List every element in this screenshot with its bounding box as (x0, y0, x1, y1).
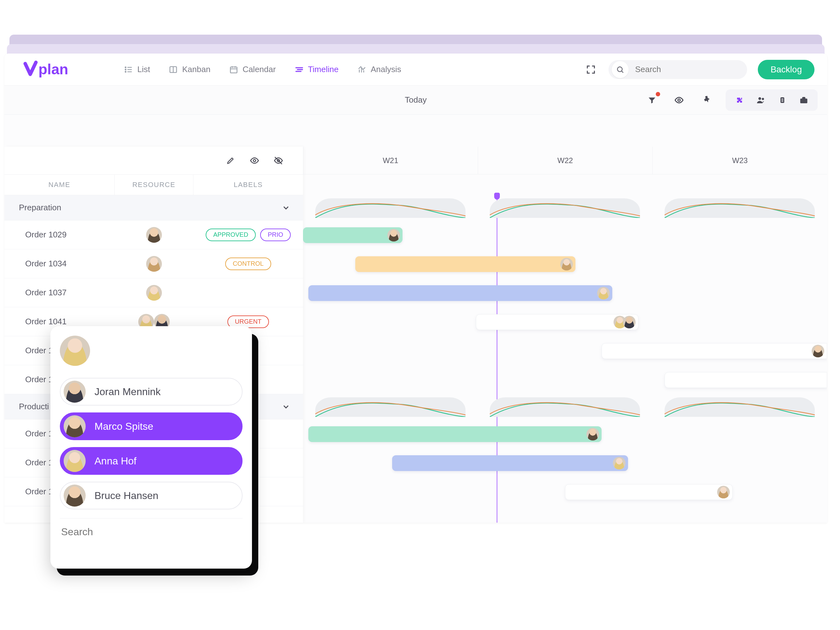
tools-icon[interactable] (699, 93, 714, 108)
row-labels: CONTROL (193, 258, 303, 270)
person-chip[interactable]: Bruce Hansen (60, 482, 243, 509)
svg-point-29 (253, 159, 256, 162)
svg-point-22 (758, 97, 761, 100)
group-row[interactable]: Preparation (5, 195, 303, 220)
avatar (64, 381, 86, 403)
fullscreen-icon[interactable] (584, 63, 598, 77)
person-chip[interactable]: Marco Spitse (60, 413, 243, 440)
avatar (586, 428, 599, 441)
avatar (146, 256, 162, 272)
capacity-block (315, 397, 466, 417)
popover-search-input[interactable] (61, 526, 241, 538)
avatar (146, 227, 162, 243)
chevron-down-icon (281, 402, 291, 411)
person-chip[interactable]: Joran Mennink (60, 378, 243, 406)
timeline-bar[interactable] (392, 455, 628, 471)
edit-icon[interactable] (225, 155, 236, 166)
table-row[interactable]: Order 1037 (5, 278, 303, 307)
avatar (613, 457, 625, 469)
table-row[interactable]: Order 1034 CONTROL (5, 249, 303, 278)
row-name: Order 1034 (5, 259, 115, 269)
avatar (146, 285, 162, 301)
svg-rect-25 (782, 99, 783, 99)
svg-point-19 (617, 67, 622, 71)
avatar (64, 450, 86, 472)
row-labels: APPROVEDPRIO (193, 228, 303, 241)
today-label[interactable]: Today (405, 95, 426, 105)
timeline-bar[interactable] (665, 372, 827, 388)
tab-timeline[interactable]: Timeline (295, 65, 339, 74)
person-chip[interactable]: Anna Hof (60, 447, 243, 475)
search-box[interactable] (608, 60, 747, 79)
person-name: Anna Hof (95, 455, 136, 467)
eye-off-icon[interactable] (273, 155, 284, 166)
people-popover: Joran Mennink Marco Spitse Anna Hof Bruc… (51, 326, 252, 569)
timeline-bar[interactable] (308, 426, 602, 442)
filter-badge (655, 91, 661, 97)
now-indicator (497, 195, 497, 523)
visibility-icon[interactable] (671, 93, 687, 108)
backlog-label: Backlog (771, 65, 802, 75)
filter-icon[interactable] (644, 93, 660, 108)
timeline-chart[interactable]: W21 W22 W23 (303, 147, 827, 523)
tab-analysis[interactable]: Analysis (357, 65, 401, 74)
timeline-bar[interactable] (308, 285, 612, 301)
person-name: Joran Mennink (95, 386, 161, 398)
tab-calendar[interactable]: Calendar (229, 65, 276, 74)
topbar: plan List Kanban Calendar Time (5, 54, 827, 86)
row-name: Order 1041 (5, 317, 115, 326)
timeline-bar[interactable] (303, 227, 403, 243)
capacity-block (490, 397, 640, 417)
search-input[interactable] (628, 65, 744, 74)
briefcase-icon[interactable] (796, 93, 812, 108)
timeline-bar[interactable] (565, 484, 733, 500)
avatar (623, 316, 636, 328)
avatar (812, 345, 824, 358)
label-pill: PRIO (260, 228, 291, 241)
group-title: Producti (19, 402, 49, 411)
week-col: W23 (652, 147, 827, 175)
week-col: W22 (478, 147, 653, 175)
chevron-down-icon (281, 203, 291, 212)
timeline-bar[interactable] (602, 343, 827, 359)
row-resources (115, 256, 193, 272)
svg-point-2 (125, 69, 126, 70)
list-toggle-icon[interactable] (775, 93, 790, 108)
timeline-bar[interactable] (476, 314, 638, 330)
label-pill: APPROVED (206, 228, 256, 241)
avatar (64, 415, 86, 437)
timeline-bar[interactable] (355, 256, 575, 272)
tab-kanban-label: Kanban (182, 65, 210, 74)
capacity-block (315, 198, 466, 218)
avatar (64, 485, 86, 507)
tab-list[interactable]: List (124, 65, 150, 74)
logo: plan (23, 60, 80, 79)
puzzle-icon[interactable] (732, 93, 747, 108)
table-row[interactable]: Order 1029 APPROVEDPRIO (5, 220, 303, 249)
row-resources (115, 285, 193, 301)
tab-kanban[interactable]: Kanban (169, 65, 210, 74)
svg-rect-27 (782, 101, 783, 102)
subbar: Today (5, 86, 827, 115)
avatar (387, 229, 400, 241)
group-title: Preparation (19, 203, 61, 213)
row-resources (115, 227, 193, 243)
capacity-block (665, 198, 815, 218)
popover-search[interactable] (60, 518, 243, 545)
selected-avatar (60, 335, 90, 366)
svg-rect-26 (782, 100, 783, 101)
svg-rect-28 (800, 99, 808, 103)
tab-analysis-label: Analysis (371, 65, 401, 74)
row-name: Order 1037 (5, 288, 115, 298)
backlog-button[interactable]: Backlog (758, 60, 815, 79)
row-name: Order 1029 (5, 230, 115, 239)
search-icon (612, 61, 628, 78)
users-icon[interactable] (753, 93, 769, 108)
left-columns-header: NAME RESOURCE LABELS (5, 175, 303, 195)
svg-text:plan: plan (38, 61, 68, 77)
person-name: Bruce Hansen (95, 490, 158, 502)
avatar (717, 486, 730, 498)
capacity-block (490, 198, 640, 218)
week-col: W21 (303, 147, 478, 175)
eye-icon[interactable] (249, 155, 260, 166)
